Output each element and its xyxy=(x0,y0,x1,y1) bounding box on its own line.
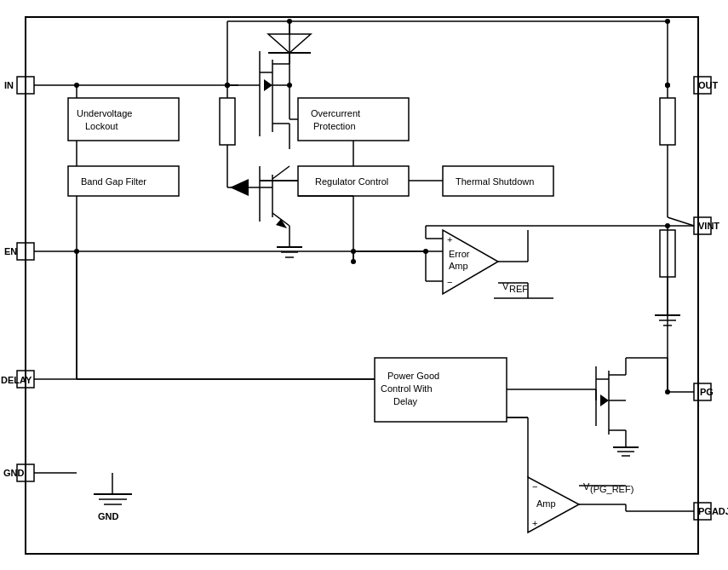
svg-point-138 xyxy=(225,83,230,88)
pin-delay-label: DELAY xyxy=(1,375,32,385)
svg-line-37 xyxy=(272,166,289,179)
svg-rect-9 xyxy=(68,98,179,141)
power-good-label1: Power Good xyxy=(387,371,439,381)
svg-marker-47 xyxy=(600,394,609,406)
pin-pgadj-label: PGADJ xyxy=(698,506,728,516)
pin-in-label: IN xyxy=(4,80,14,90)
svg-marker-39 xyxy=(276,219,287,228)
svg-rect-11 xyxy=(298,98,409,141)
svg-text:−: − xyxy=(532,481,537,492)
bandgap-label: Band Gap Filter xyxy=(81,176,146,187)
diagram-container: IN EN DELAY GND OUT VINT PG PGADJ Underv… xyxy=(0,0,728,570)
pin-en-label: EN xyxy=(4,246,17,256)
svg-rect-61 xyxy=(220,98,235,145)
svg-marker-27 xyxy=(264,79,272,91)
regulator-label: Regulator Control xyxy=(315,176,388,187)
svg-point-131 xyxy=(351,259,356,264)
error-amp-label2: Amp xyxy=(449,261,468,271)
svg-point-139 xyxy=(287,19,292,24)
amp-label: Amp xyxy=(536,498,556,509)
gnd-symbol-label: GND xyxy=(98,511,119,521)
thermal-label: Thermal Shutdown xyxy=(456,176,534,187)
svg-text:−: − xyxy=(447,277,452,287)
power-good-label3: Delay xyxy=(393,396,418,406)
vpgref-label: V xyxy=(583,481,590,492)
undervoltage-label: Undervoltage xyxy=(77,108,132,118)
pin-out-label: OUT xyxy=(698,80,719,90)
overcurrent-label: Overcurrent xyxy=(311,108,360,118)
svg-line-107 xyxy=(668,217,694,226)
svg-point-141 xyxy=(665,83,670,88)
lockout-label: Lockout xyxy=(85,121,118,131)
pin-pg-label: PG xyxy=(700,387,714,397)
svg-text:+: + xyxy=(447,234,452,245)
power-good-label2: Control With xyxy=(381,383,433,394)
protection-label: Protection xyxy=(313,121,356,131)
vref-sub-label: REF xyxy=(509,284,528,294)
error-amp-label: Error xyxy=(449,249,470,259)
pin-gnd-label: GND xyxy=(3,468,25,478)
svg-point-140 xyxy=(665,19,670,24)
pin-vint-label: VINT xyxy=(698,221,719,231)
svg-rect-53 xyxy=(660,98,675,145)
svg-text:+: + xyxy=(532,518,537,528)
